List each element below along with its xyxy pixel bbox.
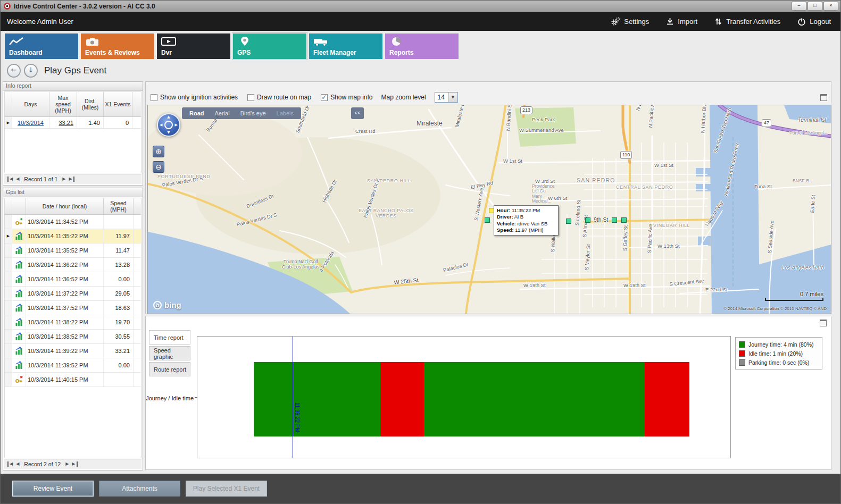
col-days[interactable]: Days: [12, 92, 49, 116]
gps-activity-icon: [15, 347, 23, 355]
report-tab[interactable]: Time report: [149, 330, 190, 345]
gps-activity-icon: [15, 318, 23, 326]
tab-dashboard[interactable]: Dashboard: [5, 33, 78, 59]
gps-list-row[interactable]: ▶: [5, 229, 141, 243]
down-button[interactable]: ↓: [24, 64, 38, 78]
tab-label: Events & Reviews: [85, 49, 140, 56]
top-bar: Welcome Admin User Settings Import: [1, 12, 840, 31]
gps-activity-icon: [15, 275, 23, 283]
gps-list-row[interactable]: ▶: [5, 243, 141, 258]
footer-button[interactable]: Play Selected X1 Event: [186, 481, 267, 497]
import-button[interactable]: Import: [666, 18, 697, 26]
map-scale-text: 0.7 miles: [765, 291, 823, 297]
map-zoom-select[interactable]: 14 ▼: [435, 92, 458, 103]
first-page-button[interactable]: ◀: [7, 177, 13, 182]
report-tab[interactable]: Speed graphic: [149, 346, 190, 360]
timeline-segment: [380, 362, 424, 436]
next-page-button[interactable]: ▶: [62, 177, 65, 182]
gps-list-row[interactable]: ▶: [5, 215, 141, 229]
zoom-out-button[interactable]: ⊖: [153, 161, 164, 173]
gps-list-row[interactable]: ▶: [5, 344, 141, 358]
col-datetime[interactable]: Date / hour (local): [26, 198, 104, 214]
bing-map[interactable]: MiralestePeck ParkW Summerland AveCrest …: [147, 105, 831, 314]
time-cursor[interactable]: [293, 337, 293, 458]
zoom-level-label: Map zoom level: [381, 94, 426, 101]
pager-text: Record 2 of 12: [24, 461, 61, 467]
first-page-button[interactable]: ◀: [7, 461, 13, 467]
zoom-in-button[interactable]: ⊕: [153, 146, 164, 157]
logout-label: Logout: [810, 18, 831, 26]
legend-item: Parking time: 0 sec (0%): [739, 358, 819, 367]
map-collapse-button[interactable]: <<: [351, 107, 364, 119]
footer-bar: Review EventAttachmentsPlay Selected X1 …: [1, 474, 840, 503]
transfer-activities-button[interactable]: Transfer Activities: [714, 18, 780, 26]
map-view-button[interactable]: Road: [184, 110, 210, 116]
tab-fleet-manager[interactable]: Fleet Manager: [309, 33, 382, 59]
gps-list-pager: ◀ ◀ Record 2 of 12 ▶ ▶: [4, 459, 141, 469]
panel-maximize-icon[interactable]: [820, 320, 827, 326]
prev-page-button[interactable]: ◀: [16, 461, 19, 467]
map-compass[interactable]: ▲ ▼ ◀ ▶: [157, 113, 180, 137]
max-speed-link[interactable]: 33.21: [59, 120, 73, 126]
gps-list-row[interactable]: ▶: [5, 287, 141, 301]
gps-datetime: 10/3/2014 11:39:22 PM: [26, 344, 104, 358]
gps-datetime: 10/3/2014 11:39:52 PM: [26, 358, 104, 372]
checkbox-label: Show only ignition activities: [160, 94, 238, 101]
gps-activity-icon: [15, 332, 23, 341]
gps-datetime: 10/3/2014 11:40:15 PM: [26, 373, 104, 387]
map-tooltip: Hour: 11:35:22 PMDriver: Al BVehicle: id…: [494, 205, 559, 236]
report-tab[interactable]: Route report: [149, 362, 190, 376]
maximize-button[interactable]: □: [807, 2, 822, 11]
footer-button[interactable]: Attachments: [99, 481, 180, 497]
zoom-level-value: 14: [435, 94, 448, 101]
last-page-button[interactable]: ▶: [69, 177, 74, 182]
back-button[interactable]: ←: [7, 64, 21, 78]
panel-maximize-icon[interactable]: [820, 94, 827, 101]
gps-list-row[interactable]: ▶: [5, 301, 141, 315]
close-button[interactable]: ×: [823, 2, 838, 11]
gps-datetime: 10/3/2014 11:35:52 PM: [26, 243, 104, 257]
tooltip-line: Hour: 11:35:22 PM: [497, 207, 555, 214]
chart-legend: Journey time: 4 min (80%) Idle time: 1 m…: [735, 337, 822, 369]
map-option-checkbox[interactable]: Show map info: [321, 94, 372, 101]
col-dist[interactable]: Dist. (Miles): [77, 92, 104, 116]
footer-button[interactable]: Review Event: [12, 481, 94, 497]
map-view-button[interactable]: Bird's eye: [235, 110, 271, 116]
map-option-checkbox[interactable]: Show only ignition activities: [151, 94, 238, 101]
legend-swatch: [739, 350, 745, 357]
col-speed[interactable]: Speed (MPH): [104, 198, 134, 214]
truck-icon: [313, 36, 329, 47]
minimize-button[interactable]: –: [792, 2, 806, 11]
info-report-row[interactable]: ▶ 10/3/2014 33.21 1.40 0: [5, 117, 141, 129]
timeline-bar: [254, 362, 689, 436]
tab-gps[interactable]: GPS: [233, 33, 306, 59]
map-view-button[interactable]: Aerial: [210, 110, 235, 116]
prev-page-button[interactable]: ◀: [16, 177, 19, 182]
tab-events-reviews[interactable]: Events & Reviews: [81, 33, 154, 59]
days-link[interactable]: 10/3/2014: [18, 120, 44, 126]
last-page-button[interactable]: ▶: [72, 461, 77, 467]
gps-speed: 30.55: [104, 330, 134, 343]
gps-list-row[interactable]: ▶: [5, 258, 141, 272]
time-report-panel: Time reportSpeed graphicRoute report Jou…: [145, 316, 831, 470]
map-view-button[interactable]: Labels: [271, 110, 299, 116]
ignition-off-icon: [15, 375, 23, 384]
pager-text: Record 1 of 1: [24, 176, 57, 182]
gps-list-row[interactable]: ▶: [5, 358, 141, 373]
map-view-bar: RoadAerialBird's eyeLabels: [182, 107, 301, 119]
next-page-button[interactable]: ▶: [65, 461, 69, 467]
tab-reports[interactable]: Reports: [385, 33, 459, 59]
tab-dvr[interactable]: Dvr: [157, 33, 230, 59]
gps-list-row[interactable]: ▶: [5, 373, 141, 387]
map-option-checkbox[interactable]: Draw route on map: [247, 94, 311, 101]
gps-list-row[interactable]: ▶: [5, 330, 141, 344]
gps-list-row[interactable]: ▶: [5, 315, 141, 330]
info-report-pager: ◀ ◀ Record 1 of 1 ▶ ▶: [4, 174, 141, 184]
gps-datetime: 10/3/2014 11:35:22 PM: [26, 229, 104, 243]
logout-button[interactable]: Logout: [797, 18, 831, 26]
col-x1-events[interactable]: X1 Events: [104, 92, 132, 116]
gps-list-row[interactable]: ▶: [5, 272, 141, 287]
checkbox-label: Draw route on map: [257, 94, 311, 101]
settings-button[interactable]: Settings: [611, 17, 649, 26]
col-max-speed[interactable]: Max speed (MPH): [49, 92, 77, 116]
